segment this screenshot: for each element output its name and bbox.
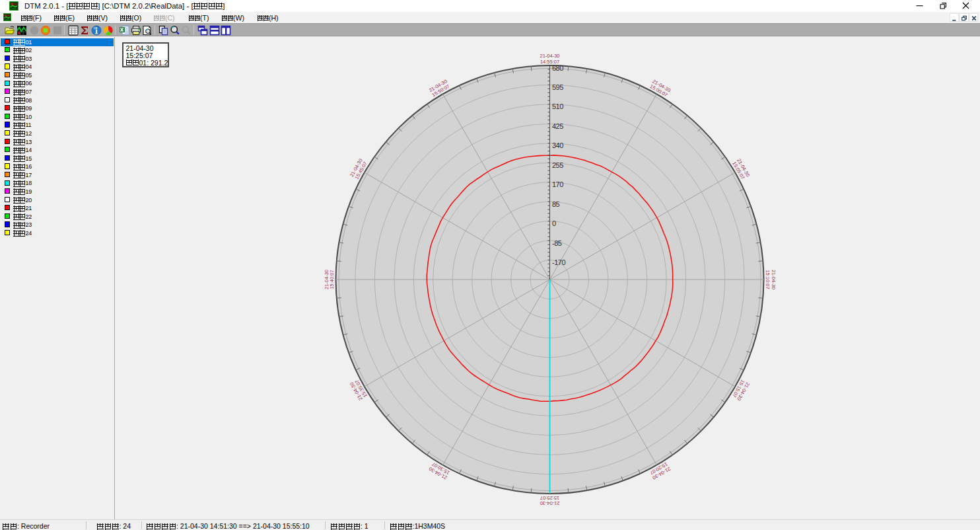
svg-text:510: 510 [552,102,563,110]
svg-text:170: 170 [552,180,563,188]
svg-text:-170: -170 [552,258,565,266]
svg-text:85: 85 [552,200,560,208]
svg-text:15:40:07: 15:40:07 [329,270,335,289]
svg-text:595: 595 [552,83,563,91]
svg-text:680: 680 [552,64,563,72]
svg-text:15:10:07: 15:10:07 [765,270,771,289]
svg-text:255: 255 [552,161,563,169]
svg-text:-85: -85 [552,239,562,247]
svg-text:425: 425 [552,122,563,130]
svg-text:0: 0 [552,219,556,227]
svg-text:15:25:07: 15:25:07 [540,495,559,501]
svg-text:340: 340 [552,141,563,149]
svg-text:14:55:07: 14:55:07 [540,59,559,65]
